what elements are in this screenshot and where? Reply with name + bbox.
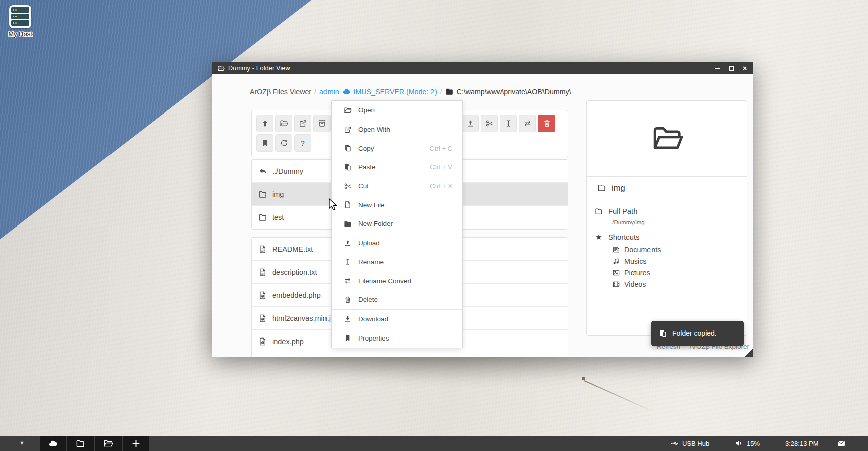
- desktop: My Host Dummy - Folder View × ArOZβ File…: [0, 0, 868, 451]
- download-icon: [344, 315, 352, 323]
- refresh-icon: [280, 139, 288, 147]
- menu-item-delete[interactable]: Delete: [332, 290, 462, 309]
- refresh-button[interactable]: [275, 134, 292, 152]
- menu-item-new-folder[interactable]: New Folder: [332, 214, 462, 234]
- menu-item-label: New File: [358, 201, 385, 209]
- folder-icon: [76, 439, 85, 448]
- trash-icon: [344, 296, 352, 304]
- menu-item-shortcut: Ctrl + X: [430, 182, 452, 190]
- menu-item-copy[interactable]: Copy Ctrl + C: [332, 139, 462, 158]
- breadcrumb-app: ArOZβ Files Viewer: [250, 88, 311, 96]
- mail-tray-item[interactable]: [837, 436, 846, 451]
- filename-convert-button[interactable]: [519, 115, 536, 132]
- text-file-icon: [258, 268, 267, 277]
- folder-icon: [258, 213, 267, 222]
- folder-row-label: img: [272, 190, 284, 198]
- desktop-icon-my-host[interactable]: My Host: [4, 5, 36, 38]
- details-section: Full Path ./Dummy/img ★ Shortcuts Docume…: [587, 199, 747, 288]
- menu-item-label: Rename: [358, 258, 384, 266]
- ski-pole-grip: [582, 377, 585, 380]
- shortcut-musics[interactable]: Musics: [612, 257, 747, 265]
- swap-icon: [344, 277, 352, 285]
- copy-icon: [344, 144, 352, 152]
- shortcut-documents[interactable]: Documents: [612, 246, 747, 254]
- back-arrow-icon: [258, 167, 267, 176]
- menu-item-open[interactable]: Open: [332, 101, 462, 120]
- clock-label: 3:28:13 PM: [785, 440, 819, 447]
- window-titlebar[interactable]: Dummy - Folder View ×: [212, 62, 753, 74]
- upload-icon: [466, 119, 475, 128]
- star-icon: ★: [595, 233, 603, 242]
- archive-button[interactable]: [313, 115, 331, 132]
- rename-button[interactable]: [500, 115, 517, 132]
- shortcut-pictures[interactable]: Pictures: [612, 269, 747, 277]
- breadcrumb-server-link[interactable]: IMUS_SERVER (Mode: 2): [354, 88, 437, 96]
- breadcrumb-separator: /: [440, 88, 442, 96]
- volume-tray-item[interactable]: 15%: [734, 436, 760, 451]
- menu-item-open-with[interactable]: Open With: [332, 120, 462, 139]
- context-menu: Open Open With Copy Ctrl + C Paste Ctrl …: [331, 100, 463, 348]
- cut-button[interactable]: [481, 115, 498, 132]
- menu-item-upload[interactable]: Upload: [332, 234, 462, 253]
- file-row-clipped: [252, 353, 568, 357]
- close-button[interactable]: ×: [741, 65, 748, 72]
- shortcut-videos[interactable]: Videos: [612, 280, 747, 288]
- menu-item-new-file[interactable]: New File: [332, 195, 462, 214]
- help-button[interactable]: ?: [294, 134, 311, 152]
- open-folder-icon: [647, 122, 687, 155]
- bookmark-icon: [344, 334, 352, 342]
- clock: 3:28:13 PM: [785, 436, 819, 451]
- swap-icon: [523, 119, 532, 128]
- menu-item-shortcut: Ctrl + V: [430, 163, 452, 171]
- taskbar-tile-cloud[interactable]: [40, 436, 66, 451]
- breadcrumb-separator: /: [314, 88, 316, 96]
- details-panel: img Full Path ./Dummy/img ★ Shortcuts: [586, 100, 747, 336]
- folder-view-window: Dummy - Folder View × ArOZβ Files Viewer…: [212, 62, 753, 357]
- window-resize-handle[interactable]: [745, 348, 753, 357]
- menu-item-properties[interactable]: Properties: [332, 328, 462, 348]
- usb-tray-item[interactable]: USB Hub: [670, 436, 709, 451]
- delete-button[interactable]: [538, 115, 555, 132]
- taskbar-tile-add[interactable]: [123, 436, 149, 451]
- file-row-label: index.php: [272, 337, 304, 346]
- mouse-cursor: [328, 198, 338, 213]
- maximize-button[interactable]: [728, 65, 735, 72]
- open-folder-icon: [344, 106, 352, 115]
- speaker-icon: [734, 439, 743, 448]
- menu-item-cut[interactable]: Cut Ctrl + X: [332, 177, 462, 196]
- taskbar-tile-open-folder[interactable]: [95, 436, 122, 451]
- menu-item-rename[interactable]: Rename: [332, 253, 462, 272]
- new-file-icon: [344, 201, 352, 209]
- selected-item-name-row: img: [587, 176, 747, 199]
- menu-item-label: New Folder: [358, 220, 393, 228]
- trash-icon: [542, 119, 551, 128]
- ibeam-icon: [504, 119, 513, 128]
- breadcrumb-user-link[interactable]: admin: [319, 88, 339, 96]
- code-file-icon: [258, 314, 267, 323]
- server-icon: [9, 5, 31, 28]
- shortcuts-label: Shortcuts: [608, 233, 640, 241]
- menu-item-paste[interactable]: Paste Ctrl + V: [332, 158, 462, 177]
- taskbar-tile-folder[interactable]: [67, 436, 94, 451]
- menu-item-filename-convert[interactable]: Filename Convert: [332, 271, 462, 290]
- external-link-icon: [344, 126, 352, 134]
- folder-icon: [258, 190, 267, 199]
- folder-row-label: ../Dummy: [272, 167, 303, 175]
- minimize-button[interactable]: [714, 65, 721, 72]
- menu-item-label: Download: [358, 315, 388, 323]
- chevron-down-icon[interactable]: ▼: [19, 440, 25, 446]
- usb-label: USB Hub: [682, 440, 709, 447]
- open-with-button[interactable]: [294, 115, 311, 132]
- archive-icon: [318, 119, 327, 128]
- full-path-value: ./Dummy/img: [611, 219, 747, 225]
- picture-icon: [612, 269, 620, 277]
- menu-item-label: Cut: [358, 182, 369, 190]
- menu-item-label: Paste: [358, 163, 376, 171]
- open-button[interactable]: [275, 115, 292, 132]
- menu-item-download[interactable]: Download: [332, 310, 462, 329]
- toast-folder-copied: Folder copied.: [651, 321, 744, 346]
- folder-icon: [445, 87, 454, 96]
- properties-button[interactable]: [256, 134, 273, 152]
- upload-button[interactable]: [462, 115, 479, 132]
- go-up-button[interactable]: [256, 115, 273, 132]
